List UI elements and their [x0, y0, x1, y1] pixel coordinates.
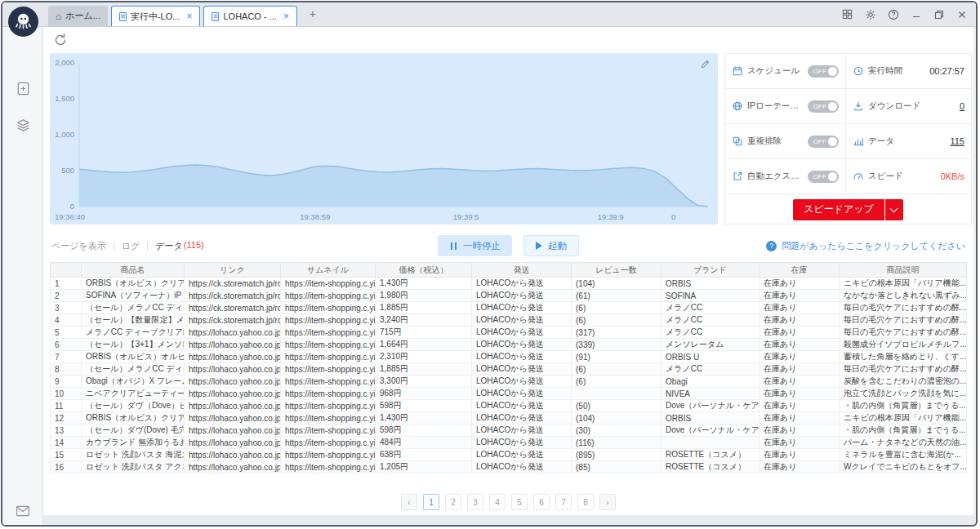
mail-icon[interactable]: [2, 505, 43, 517]
table-row[interactable]: 12ORBIS（オルビス）クリアフル...https://lohaco.yaho…: [51, 412, 967, 425]
svg-text:1,000: 1,000: [55, 130, 74, 139]
cell: 在庫あり: [760, 461, 840, 473]
col-header[interactable]: 商品名: [82, 263, 185, 278]
svg-text:19:36:40: 19:36:40: [55, 212, 85, 221]
svg-text:0: 0: [671, 212, 675, 221]
table-row[interactable]: 9Obagi（オバジ）X フレームリ...https://lohaco.yaho…: [51, 376, 967, 388]
table-row[interactable]: 15ロゼット 洗顔パスタ 海泥スムー...https://lohaco.yaho…: [51, 449, 967, 461]
speedup-button[interactable]: スピードアップ: [793, 199, 903, 220]
dedupe-icon: [732, 136, 743, 147]
status-cell-auto-export: 自動エクスポートOFF: [725, 159, 846, 194]
toggle-auto-export[interactable]: OFF: [808, 171, 839, 183]
table-row[interactable]: 1ORBIS（オルビス）クリアフル...https://ck.storematc…: [51, 278, 967, 290]
table-row[interactable]: 14カウブランド 無添加うるおい洗...https://lohaco.yahoo…: [51, 437, 967, 449]
minimize-icon[interactable]: [910, 8, 922, 20]
page-button-5[interactable]: 5: [511, 494, 528, 510]
tab-1[interactable]: 実行中-LO...×: [111, 6, 201, 26]
new-task-icon[interactable]: [16, 81, 31, 96]
cell: https://item-shopping.c.yimg.jp/i/...: [281, 388, 376, 400]
col-header[interactable]: レビュー数: [572, 263, 662, 278]
edit-pencil-icon[interactable]: [700, 58, 711, 69]
table-row[interactable]: 6（セール）【3+1】メンソレー...https://lohaco.yahoo.…: [51, 339, 967, 351]
table-row[interactable]: 11（セール）ダヴ（Dove）ビュ...https://lohaco.yahoo…: [51, 400, 967, 412]
tab-close-icon[interactable]: ×: [186, 11, 192, 22]
table-row[interactable]: 4（セール）【数量限定】メラノ...https://ck.storematch.…: [51, 314, 967, 327]
cell: https://item-shopping.c.yimg.jp/i/...: [281, 376, 376, 388]
cell: (895): [572, 449, 662, 461]
cell: メラノCC: [662, 363, 760, 376]
cell: 在庫あり: [760, 278, 840, 290]
cell: 1,980円: [376, 290, 472, 302]
cell: 1,885円: [376, 363, 472, 376]
svg-text:1,500: 1,500: [55, 94, 74, 103]
table-row[interactable]: 3（セール）メラノCC ディープ...https://ck.storematch…: [51, 302, 967, 314]
data-table-wrap: 商品名リンクサムネイル価格（税込）発送レビュー数ブランド在庫商品説明 1ORBI…: [50, 262, 967, 473]
tab-close-icon[interactable]: ×: [283, 11, 289, 22]
col-header[interactable]: 発送: [472, 263, 572, 278]
cell: 1,664円: [376, 339, 472, 351]
tab-label: 実行中-LO...: [131, 11, 180, 23]
col-header[interactable]: 在庫: [760, 263, 840, 278]
table-row[interactable]: 2SOFINA（ソフィーナ）iP ポア ...https://ck.storem…: [51, 290, 967, 302]
table-row[interactable]: 16ロゼット 洗顔パスタ アクネクリ...https://lohaco.yaho…: [51, 461, 967, 473]
col-header[interactable]: サムネイル: [281, 263, 376, 278]
cell: https://item-shopping.c.yimg.jp/i/...: [281, 412, 376, 425]
cell: https://item-shopping.c.yimg.jp/i/...: [281, 290, 376, 302]
help-icon[interactable]: [887, 8, 899, 20]
page-button-8[interactable]: 8: [577, 494, 594, 510]
pause-icon: [449, 242, 457, 250]
refresh-icon[interactable]: [53, 33, 68, 47]
toolbar: ページを表示ログデータ(115) 一時停止 起動 ? 問題があったらここをクリッ…: [51, 234, 965, 257]
chevron-down-icon[interactable]: [885, 199, 903, 220]
maximize-icon[interactable]: [933, 8, 945, 20]
settings-gear-icon[interactable]: [864, 8, 876, 20]
cell: 毎日の毛穴ケアにおすすめの酵...: [840, 302, 967, 314]
next-page-button[interactable]: ›: [599, 494, 616, 510]
status-cell-ip-rotation: IPローテーションOFF: [725, 89, 846, 124]
page-button-6[interactable]: 6: [533, 494, 550, 510]
cell: 1,430円: [376, 412, 472, 425]
status-label-auto-export: 自動エクスポート: [747, 171, 804, 182]
row-index: 14: [51, 437, 82, 449]
status-value-download[interactable]: 0: [960, 101, 964, 111]
toggle-ip-rotation[interactable]: OFF: [808, 100, 839, 113]
status-cell-dedupe: 重複排除OFF: [725, 124, 846, 159]
toggle-schedule[interactable]: OFF: [808, 65, 839, 78]
apps-grid-icon[interactable]: [841, 8, 853, 20]
cell: 殺菌成分イソプロピルメチルフ...: [840, 339, 967, 351]
col-header[interactable]: ブランド: [662, 263, 760, 278]
tab-home[interactable]: ⌂ホーム...: [48, 6, 108, 26]
col-header[interactable]: [51, 263, 82, 278]
toggle-dedupe[interactable]: OFF: [808, 136, 839, 148]
status-value-data[interactable]: 115: [950, 136, 964, 146]
cell: LOHACOから発送: [472, 339, 572, 351]
table-row[interactable]: 8（セール）メラノCC ディープ...https://lohaco.yahoo.…: [51, 363, 967, 376]
tab-2[interactable]: LOHACO - ...×: [203, 6, 296, 26]
close-icon[interactable]: [956, 8, 968, 20]
col-header[interactable]: 価格（税込）: [376, 263, 472, 278]
page-button-3[interactable]: 3: [467, 494, 483, 510]
start-button[interactable]: 起動: [523, 235, 579, 256]
start-label: 起動: [548, 240, 567, 252]
cell: 598円: [376, 425, 472, 437]
cell: (6): [572, 376, 662, 388]
col-header[interactable]: 商品説明: [840, 263, 967, 278]
col-header[interactable]: リンク: [185, 263, 281, 278]
table-row[interactable]: 5メラノCC ディープクリア酵素...https://lohaco.yahoo.…: [51, 327, 967, 339]
page-button-2[interactable]: 2: [445, 494, 461, 510]
cell: LOHACOから発送: [472, 302, 572, 314]
page-button-7[interactable]: 7: [555, 494, 572, 510]
prev-page-button[interactable]: ‹: [401, 494, 417, 510]
page-button-4[interactable]: 4: [489, 494, 506, 510]
cell: ロゼット 洗顔パスタ 海泥スムー...: [82, 449, 185, 461]
table-row[interactable]: 13（セール）ダヴ(Dove) 毛穴 角栓...https://lohaco.y…: [51, 425, 967, 437]
page-button-1[interactable]: 1: [423, 494, 439, 510]
pause-button[interactable]: 一時停止: [438, 235, 512, 256]
table-row[interactable]: 7ORBIS（オルビス）オルビスユ...https://lohaco.yahoo…: [51, 351, 967, 363]
cell: (116): [572, 437, 662, 449]
run-buttons: 一時停止 起動: [51, 235, 965, 256]
layers-icon[interactable]: [16, 118, 31, 133]
new-tab-button[interactable]: +: [306, 8, 319, 21]
status-cell-data: データ115: [846, 124, 971, 159]
table-row[interactable]: 10ニベアクリアビューティー2WA...https://lohaco.yahoo…: [51, 388, 967, 400]
